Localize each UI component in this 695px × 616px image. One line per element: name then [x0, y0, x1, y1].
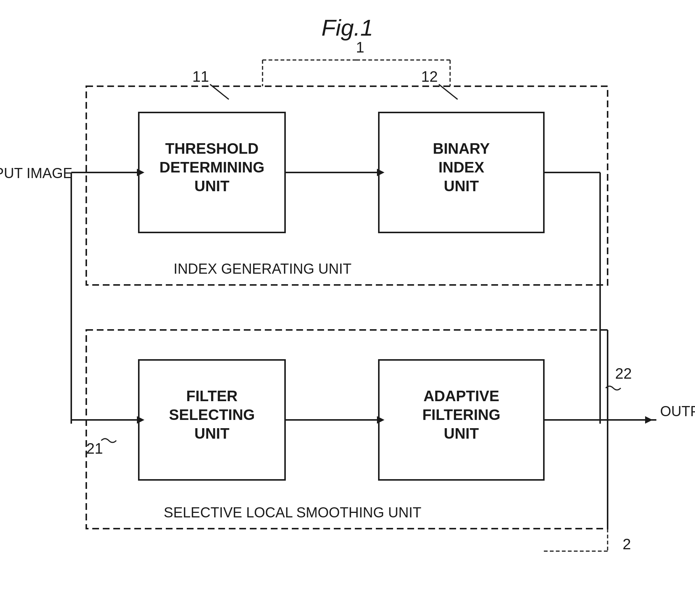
down-to-filter-arrow-head: [137, 416, 144, 424]
adaptive-label-line2: FILTERING: [422, 406, 500, 423]
adaptive-label-line1: ADAPTIVE: [423, 388, 499, 404]
ref2-label: 2: [623, 536, 631, 552]
ref12-label: 12: [421, 68, 438, 85]
selective-local-smoothing-label: SELECTIVE LOCAL SMOOTHING UNIT: [164, 505, 422, 520]
ref11-label: 11: [192, 68, 209, 85]
binary-label-line1: BINARY: [433, 140, 490, 157]
index-generating-unit-box: [86, 86, 608, 285]
output-label: OUTPUT: [660, 403, 695, 419]
filter-label-line3: UNIT: [194, 425, 229, 442]
threshold-binary-arrow-head: [377, 169, 384, 176]
filter-label-line2: SELECTING: [169, 406, 255, 423]
threshold-label-line1: THRESHOLD: [165, 140, 259, 157]
ref22-label: 22: [615, 365, 632, 382]
adaptive-label-line3: UNIT: [444, 425, 479, 442]
filter-label-line1: FILTER: [186, 388, 237, 404]
binary-label-line3: UNIT: [444, 178, 479, 194]
ref21-squiggle: [101, 439, 116, 442]
filter-adaptive-arrow-head: [377, 416, 384, 424]
threshold-label-line2: DETERMINING: [159, 159, 264, 175]
diagram-container: Fig.1 INDEX GENERATING UNIT 1 11 12 THRE…: [0, 0, 695, 616]
input-image-label: INPUT IMAGE: [0, 165, 72, 181]
threshold-label-line3: UNIT: [194, 178, 229, 194]
input-arrow-head: [137, 169, 144, 176]
index-generating-unit-label: INDEX GENERATING UNIT: [174, 261, 351, 277]
figure-title: Fig.1: [321, 15, 373, 40]
binary-label-line2: INDEX: [438, 159, 485, 175]
ref21-label: 21: [86, 440, 103, 457]
ref1-label: 1: [356, 39, 364, 55]
